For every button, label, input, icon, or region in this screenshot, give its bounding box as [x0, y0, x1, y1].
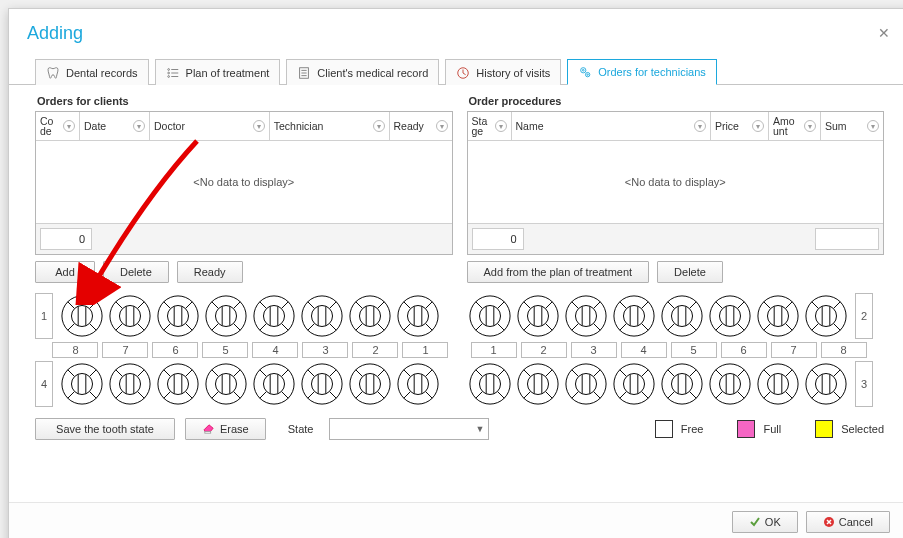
- tooth[interactable]: [563, 361, 609, 407]
- tooth-number[interactable]: 6: [152, 342, 198, 358]
- col-code[interactable]: Code▾: [36, 112, 80, 140]
- delete-button[interactable]: Delete: [103, 261, 169, 283]
- tooth[interactable]: [299, 361, 345, 407]
- tooth[interactable]: [467, 293, 513, 339]
- filter-icon[interactable]: ▾: [752, 120, 764, 132]
- filter-icon[interactable]: ▾: [804, 120, 816, 132]
- tooth[interactable]: [707, 361, 753, 407]
- col-amount[interactable]: Amount▾: [769, 112, 821, 140]
- tooth[interactable]: [467, 361, 513, 407]
- tooth[interactable]: [395, 361, 441, 407]
- tooth-number[interactable]: 5: [671, 342, 717, 358]
- col-label: Price: [715, 120, 739, 132]
- legend-label: Selected: [841, 423, 884, 435]
- ready-button[interactable]: Ready: [177, 261, 243, 283]
- document-icon: [297, 66, 311, 80]
- tooth[interactable]: [755, 293, 801, 339]
- tooth-number[interactable]: 7: [771, 342, 817, 358]
- col-sum[interactable]: Sum▾: [821, 112, 883, 140]
- tooth[interactable]: [515, 361, 561, 407]
- ok-button[interactable]: OK: [732, 511, 798, 533]
- col-date[interactable]: Date▾: [80, 112, 150, 140]
- close-icon[interactable]: ✕: [872, 23, 896, 43]
- tooth-icon: [46, 66, 60, 80]
- tab-plan-of-treatment[interactable]: Plan of treatment: [155, 59, 281, 85]
- tab-dental-records[interactable]: Dental records: [35, 59, 149, 85]
- svg-point-115: [671, 305, 692, 326]
- tooth[interactable]: [107, 293, 153, 339]
- col-stage[interactable]: Stage▾: [468, 112, 512, 140]
- tooth[interactable]: [707, 293, 753, 339]
- quadrant-1[interactable]: 1: [35, 293, 53, 339]
- tooth-number[interactable]: 4: [252, 342, 298, 358]
- filter-icon[interactable]: ▾: [253, 120, 265, 132]
- state-combo[interactable]: ▼: [329, 418, 489, 440]
- tooth-number[interactable]: 1: [402, 342, 448, 358]
- tooth[interactable]: [395, 293, 441, 339]
- filter-icon[interactable]: ▾: [436, 120, 448, 132]
- col-name[interactable]: Name▾: [512, 112, 712, 140]
- filter-icon[interactable]: ▾: [373, 120, 385, 132]
- tooth[interactable]: [611, 361, 657, 407]
- erase-button[interactable]: Erase: [185, 418, 266, 440]
- filter-icon[interactable]: ▾: [133, 120, 145, 132]
- svg-point-195: [359, 373, 380, 394]
- tooth-number[interactable]: 8: [52, 342, 98, 358]
- tooth[interactable]: [611, 293, 657, 339]
- filter-icon[interactable]: ▾: [63, 120, 75, 132]
- col-ready[interactable]: Ready▾: [390, 112, 452, 140]
- tab-history-of-visits[interactable]: History of visits: [445, 59, 561, 85]
- save-tooth-state-button[interactable]: Save the tooth state: [35, 418, 175, 440]
- add-from-plan-button[interactable]: Add from the plan of treatment: [467, 261, 650, 283]
- tooth-number[interactable]: 3: [571, 342, 617, 358]
- svg-point-14: [586, 72, 590, 76]
- tooth[interactable]: [563, 293, 609, 339]
- filter-icon[interactable]: ▾: [867, 120, 879, 132]
- tooth[interactable]: [755, 361, 801, 407]
- delete-button[interactable]: Delete: [657, 261, 723, 283]
- filter-icon[interactable]: ▾: [694, 120, 706, 132]
- col-doctor[interactable]: Doctor▾: [150, 112, 270, 140]
- tooth[interactable]: [299, 293, 345, 339]
- tooth-number[interactable]: 1: [471, 342, 517, 358]
- tooth-number[interactable]: 8: [821, 342, 867, 358]
- tooth[interactable]: [803, 361, 849, 407]
- col-price[interactable]: Price▾: [711, 112, 769, 140]
- tooth[interactable]: [59, 293, 105, 339]
- tooth-number[interactable]: 6: [721, 342, 767, 358]
- tooth-number[interactable]: 2: [521, 342, 567, 358]
- tooth[interactable]: [107, 361, 153, 407]
- tooth[interactable]: [515, 293, 561, 339]
- tab-label: History of visits: [476, 67, 550, 79]
- tooth[interactable]: [251, 293, 297, 339]
- tooth[interactable]: [347, 293, 393, 339]
- tab-orders-for-technicians[interactable]: Orders for technicians: [567, 59, 717, 85]
- tooth-number[interactable]: 7: [102, 342, 148, 358]
- svg-point-235: [623, 373, 644, 394]
- cancel-button[interactable]: Cancel: [806, 511, 890, 533]
- tooth[interactable]: [155, 361, 201, 407]
- tooth[interactable]: [803, 293, 849, 339]
- state-bar: Save the tooth state Erase State ▼ Free …: [35, 418, 884, 440]
- quadrant-3[interactable]: 3: [855, 361, 873, 407]
- filter-icon[interactable]: ▾: [495, 120, 507, 132]
- quadrant-4[interactable]: 4: [35, 361, 53, 407]
- tooth[interactable]: [203, 361, 249, 407]
- quadrant-2[interactable]: 2: [855, 293, 873, 339]
- panel-title: Orders for clients: [35, 93, 453, 111]
- tooth-number[interactable]: 4: [621, 342, 667, 358]
- tooth[interactable]: [251, 361, 297, 407]
- col-technician[interactable]: Technician▾: [270, 112, 390, 140]
- tooth-number[interactable]: 5: [202, 342, 248, 358]
- svg-point-155: [119, 373, 140, 394]
- tooth[interactable]: [59, 361, 105, 407]
- tooth[interactable]: [347, 361, 393, 407]
- tab-clients-medical-record[interactable]: Client's medical record: [286, 59, 439, 85]
- tooth[interactable]: [659, 361, 705, 407]
- tooth-number[interactable]: 2: [352, 342, 398, 358]
- tooth-number[interactable]: 3: [302, 342, 348, 358]
- add-button[interactable]: Add: [35, 261, 95, 283]
- tooth[interactable]: [203, 293, 249, 339]
- tooth[interactable]: [155, 293, 201, 339]
- tooth[interactable]: [659, 293, 705, 339]
